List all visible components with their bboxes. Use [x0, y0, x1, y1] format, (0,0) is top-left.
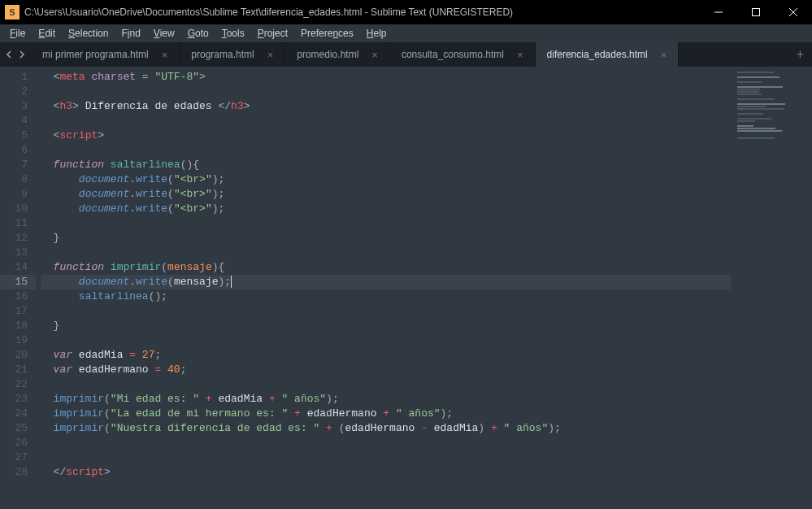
code-area[interactable]: <meta charset = "UTF-8"> <h3> Diferencia… [36, 67, 731, 509]
tab-close-icon[interactable]: × [267, 49, 274, 61]
line-number: 6 [0, 143, 36, 158]
tab-label: programa.html [191, 49, 254, 60]
code-line [41, 450, 731, 465]
tab-0[interactable]: mi primer programa.html× [31, 42, 180, 67]
tab-close-icon[interactable]: × [162, 49, 168, 61]
editor: 1234567891011121314151617181920212223242… [0, 67, 812, 509]
menu-project[interactable]: Project [251, 24, 294, 42]
code-line: saltarlinea(); [41, 289, 731, 304]
tab-4[interactable]: diferencia_edades.html× [536, 42, 680, 67]
code-line [41, 85, 731, 99]
line-number: 16 [0, 289, 36, 304]
line-number: 22 [0, 377, 36, 392]
line-number: 4 [0, 114, 36, 128]
code-line [41, 114, 731, 128]
tab-label: mi primer programa.html [42, 49, 149, 60]
line-number: 2 [0, 85, 36, 99]
line-number: 26 [0, 436, 36, 450]
tab-nav-back-icon[interactable] [5, 47, 13, 62]
code-line [41, 377, 731, 392]
line-number: 1 [0, 70, 36, 85]
menu-file[interactable]: File [3, 24, 32, 42]
menu-edit[interactable]: Edit [32, 24, 62, 42]
menu-help[interactable]: Help [360, 24, 393, 42]
tabs: mi primer programa.html× programa.html× … [31, 42, 788, 67]
line-number: 15 [0, 275, 36, 289]
window-title: C:\Users\Usuario\OneDrive\Documentos\Sub… [24, 7, 513, 18]
cursor [231, 276, 232, 288]
close-button[interactable] [775, 0, 812, 24]
code-line: document.write("<br>"); [41, 172, 731, 187]
minimap[interactable] [731, 67, 812, 509]
code-line: <h3> Diferencia de edades </h3> [41, 99, 731, 114]
tab-label: diferencia_edades.html [547, 49, 648, 60]
line-number: 25 [0, 421, 36, 436]
code-line [41, 216, 731, 231]
tab-2[interactable]: promedio.html× [285, 42, 390, 67]
code-line: var edadMia = 27; [41, 348, 731, 363]
titlebar-left: S C:\Users\Usuario\OneDrive\Documentos\S… [0, 5, 513, 20]
menu-find[interactable]: Find [115, 24, 146, 42]
tab-nav [0, 42, 31, 67]
line-number: 17 [0, 304, 36, 319]
line-number: 27 [0, 450, 36, 465]
code-line: function imprimir(mensaje){ [41, 260, 731, 275]
menu-goto[interactable]: Goto [181, 24, 215, 42]
code-line: <script> [41, 128, 731, 143]
code-line: document.write("<br>"); [41, 202, 731, 216]
code-line: </script> [41, 465, 731, 480]
titlebar: S C:\Users\Usuario\OneDrive\Documentos\S… [0, 0, 812, 24]
code-line: } [41, 319, 731, 333]
code-line [41, 333, 731, 348]
app-icon-letter: S [9, 7, 15, 17]
code-line: imprimir("Mi edad es: " + edadMia + " añ… [41, 392, 731, 407]
line-number: 11 [0, 216, 36, 231]
minimize-button[interactable] [700, 0, 737, 24]
line-number: 21 [0, 363, 36, 377]
line-number: 10 [0, 202, 36, 216]
line-number: 28 [0, 465, 36, 480]
line-number: 13 [0, 246, 36, 260]
maximize-button[interactable] [737, 0, 775, 24]
code-line [41, 436, 731, 450]
tab-label: promedio.html [297, 49, 358, 60]
app-icon: S [5, 5, 20, 20]
line-number: 7 [0, 158, 36, 172]
new-tab-button[interactable]: + [788, 42, 812, 67]
line-number: 14 [0, 260, 36, 275]
tab-close-icon[interactable]: × [661, 49, 667, 61]
code-line: } [41, 231, 731, 246]
tab-bar: mi primer programa.html× programa.html× … [0, 42, 812, 67]
menu-preferences[interactable]: Preferences [294, 24, 360, 42]
line-number: 5 [0, 128, 36, 143]
menu-selection[interactable]: Selection [62, 24, 115, 42]
code-line: imprimir("Nuestra diferencia de edad es:… [41, 421, 731, 436]
svg-rect-1 [753, 9, 760, 16]
tab-close-icon[interactable]: × [517, 49, 523, 61]
code-line: document.write("<br>"); [41, 187, 731, 202]
code-line: document.write(mensaje); [41, 275, 731, 289]
code-line: imprimir("La edad de mi hermano es: " + … [41, 407, 731, 421]
tab-label: consulta_consumo.html [402, 49, 504, 60]
code-line: var edadHermano = 40; [41, 363, 731, 377]
code-line [41, 304, 731, 319]
line-gutter[interactable]: 1234567891011121314151617181920212223242… [0, 67, 36, 509]
line-number: 19 [0, 333, 36, 348]
tab-close-icon[interactable]: × [371, 49, 378, 61]
line-number: 24 [0, 407, 36, 421]
menu-tools[interactable]: Tools [215, 24, 251, 42]
line-number: 18 [0, 319, 36, 333]
tab-3[interactable]: consulta_consumo.html× [390, 42, 536, 67]
menu-view[interactable]: View [147, 24, 181, 42]
line-number: 9 [0, 187, 36, 202]
code-line: function saltarlinea(){ [41, 158, 731, 172]
line-number: 8 [0, 172, 36, 187]
line-number: 20 [0, 348, 36, 363]
line-number: 3 [0, 99, 36, 114]
tab-1[interactable]: programa.html× [180, 42, 285, 67]
window-controls [700, 0, 812, 24]
code-line [41, 246, 731, 260]
tab-nav-forward-icon[interactable] [18, 47, 26, 62]
code-line [41, 143, 731, 158]
line-number: 12 [0, 231, 36, 246]
